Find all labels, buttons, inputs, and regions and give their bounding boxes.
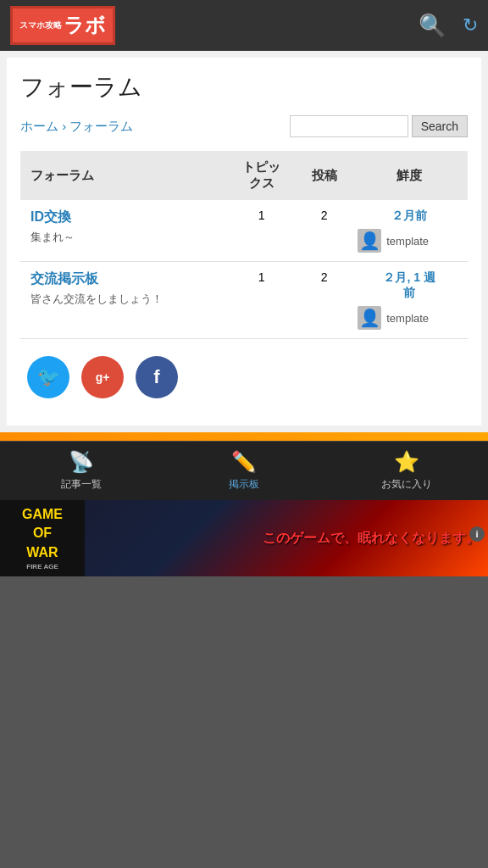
- freshness-time-1: ２月前: [358, 209, 461, 224]
- nav-label-articles: 記事一覧: [61, 477, 102, 492]
- twitter-button[interactable]: 🐦: [27, 356, 69, 398]
- posts-cell-1: 2: [297, 200, 351, 262]
- facebook-icon: f: [153, 366, 159, 388]
- search-icon[interactable]: 🔍: [419, 13, 446, 39]
- breadcrumb-current: フォーラム: [69, 119, 133, 133]
- nav-item-board[interactable]: ✏️ 掲示板: [163, 450, 325, 492]
- forum-table: フォーラム トピックス 投稿 鮮度 ID交換 集まれ～ 1 2 ２月前: [20, 151, 468, 339]
- favorites-icon: ⭐: [394, 450, 419, 474]
- search-button[interactable]: Search: [412, 115, 468, 137]
- search-row: Search: [290, 115, 468, 137]
- user-icon-2: 👤: [359, 308, 380, 328]
- logo-big-text: ラボ: [64, 12, 106, 39]
- gplus-button[interactable]: g+: [81, 356, 124, 398]
- topics-cell-1: 1: [226, 200, 297, 262]
- col-header-forum: フォーラム: [20, 151, 226, 200]
- forum-desc-1: 集まれ～: [30, 230, 219, 245]
- app-header: スマホ攻略 ラボ 🔍 ↻: [0, 0, 488, 51]
- nav-label-favorites: お気に入り: [381, 477, 432, 492]
- social-row: 🐦 g+ f: [20, 339, 468, 405]
- gow-title: GAMEOFWAR: [22, 505, 63, 562]
- nav-label-board: 掲示板: [229, 477, 259, 492]
- ad-content: このゲームで、眠れなくなります。 i: [85, 523, 488, 554]
- forum-name-2[interactable]: 交流掲示板: [30, 270, 219, 288]
- col-header-topics: トピックス: [226, 151, 297, 200]
- table-row: 交流掲示板 皆さん交流をしましょう！ 1 2 ２月, 1 週前 👤 templa…: [20, 262, 468, 339]
- forum-cell-2: 交流掲示板 皆さん交流をしましょう！: [20, 262, 226, 339]
- avatar-row-1: 👤 template: [358, 229, 461, 253]
- forum-desc-2: 皆さん交流をしましょう！: [30, 292, 219, 307]
- forum-name-1[interactable]: ID交換: [30, 209, 219, 226]
- bottom-nav: 📡 記事一覧 ✏️ 掲示板 ⭐ お気に入り: [0, 441, 488, 500]
- user-name-1[interactable]: template: [386, 235, 429, 248]
- ad-banner[interactable]: GAMEOFWAR FIRE AGE このゲームで、眠れなくなります。 i: [0, 500, 488, 576]
- twitter-icon: 🐦: [37, 366, 60, 388]
- col-header-posts: 投稿: [297, 151, 351, 200]
- topics-cell-2: 1: [226, 262, 297, 339]
- nav-item-favorites[interactable]: ⭐ お気に入り: [325, 450, 488, 492]
- freshness-time-2: ２月, 1 週前: [358, 270, 461, 301]
- logo-small-text: スマホ攻略: [19, 20, 62, 31]
- breadcrumb-separator: ›: [62, 119, 66, 133]
- user-icon-1: 👤: [359, 231, 380, 251]
- gplus-icon: g+: [96, 370, 110, 384]
- header-icons: 🔍 ↻: [419, 13, 478, 39]
- table-header-row: フォーラム トピックス 投稿 鮮度: [20, 151, 468, 200]
- user-name-2[interactable]: template: [386, 312, 429, 325]
- ad-info-icon[interactable]: i: [469, 526, 485, 542]
- freshness-cell-1: ２月前 👤 template: [351, 200, 468, 262]
- forum-card: フォーラム ホーム › フォーラム Search フォーラム トピックス 投稿 …: [7, 58, 481, 426]
- game-of-war-logo: GAMEOFWAR FIRE AGE: [22, 505, 63, 571]
- gow-subtitle: FIRE AGE: [22, 562, 63, 571]
- facebook-button[interactable]: f: [136, 356, 178, 398]
- nav-item-articles[interactable]: 📡 記事一覧: [0, 450, 163, 492]
- avatar-2: 👤: [358, 306, 381, 330]
- avatar-1: 👤: [358, 229, 381, 253]
- forum-cell-1: ID交換 集まれ～: [20, 200, 226, 262]
- freshness-cell-2: ２月, 1 週前 👤 template: [351, 262, 468, 339]
- app-logo[interactable]: スマホ攻略 ラボ: [10, 6, 115, 45]
- refresh-icon[interactable]: ↻: [463, 14, 478, 36]
- col-header-freshness: 鮮度: [351, 151, 468, 200]
- table-row: ID交換 集まれ～ 1 2 ２月前 👤 template: [20, 200, 468, 262]
- board-icon: ✏️: [231, 450, 257, 474]
- breadcrumb: ホーム › フォーラム: [20, 119, 133, 135]
- articles-icon: 📡: [69, 450, 94, 474]
- main-content: フォーラム ホーム › フォーラム Search フォーラム トピックス 投稿 …: [0, 51, 488, 432]
- breadcrumb-search-row: ホーム › フォーラム Search: [20, 115, 468, 137]
- page-title: フォーラム: [20, 71, 468, 103]
- breadcrumb-home[interactable]: ホーム: [20, 119, 58, 133]
- ad-text: このゲームで、眠れなくなります。: [263, 530, 480, 548]
- ad-logo-area: GAMEOFWAR FIRE AGE: [0, 500, 85, 576]
- posts-cell-2: 2: [297, 262, 351, 339]
- orange-strip: [0, 432, 488, 441]
- avatar-row-2: 👤 template: [358, 306, 461, 330]
- search-input[interactable]: [290, 115, 408, 137]
